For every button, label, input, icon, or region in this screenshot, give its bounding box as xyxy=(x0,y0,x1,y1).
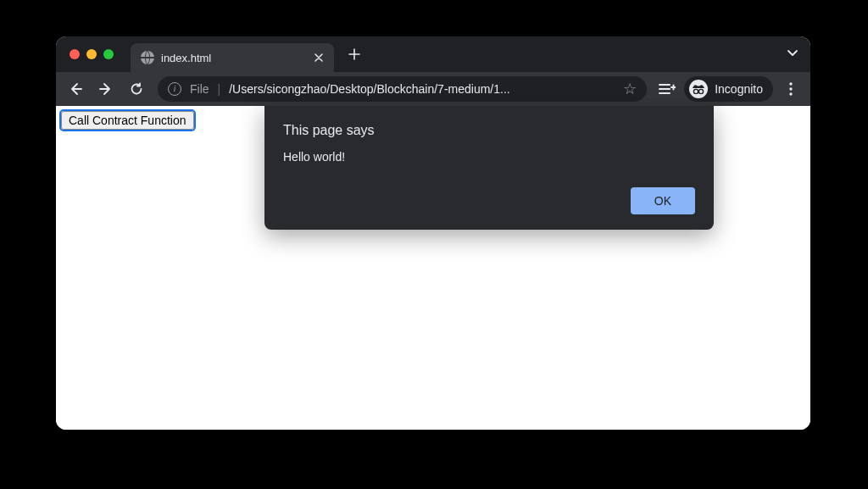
url-path: /Users/sicongzhao/Desktop/Blockchain/7-m… xyxy=(229,82,615,96)
browser-menu-button[interactable] xyxy=(778,76,804,102)
svg-point-3 xyxy=(789,87,792,90)
incognito-icon xyxy=(689,80,708,98)
address-bar[interactable]: File | /Users/sicongzhao/Desktop/Blockch… xyxy=(158,76,647,102)
maximize-window-button[interactable] xyxy=(103,49,114,59)
url-separator: | xyxy=(218,82,221,96)
alert-ok-button[interactable]: OK xyxy=(631,187,695,214)
window-controls xyxy=(56,49,131,59)
svg-point-1 xyxy=(699,89,704,93)
tab-bar: index.html xyxy=(56,36,810,72)
alert-message: Hello world! xyxy=(283,150,695,164)
tabs-dropdown-button[interactable] xyxy=(787,47,798,62)
close-window-button[interactable] xyxy=(70,49,80,59)
reading-list-icon[interactable] xyxy=(655,81,679,97)
alert-title: This page says xyxy=(283,123,695,138)
browser-tab[interactable]: index.html xyxy=(131,43,334,72)
globe-icon xyxy=(141,51,154,64)
svg-point-0 xyxy=(694,89,698,93)
minimize-window-button[interactable] xyxy=(86,49,97,59)
new-tab-button[interactable] xyxy=(342,42,366,66)
toolbar: File | /Users/sicongzhao/Desktop/Blockch… xyxy=(56,72,810,106)
browser-window: index.html File | /Users/sicongzhao/Desk… xyxy=(56,36,810,430)
svg-point-4 xyxy=(789,92,792,95)
call-contract-button[interactable]: Call Contract Function xyxy=(61,111,194,130)
incognito-label: Incognito xyxy=(715,82,763,96)
back-button[interactable] xyxy=(63,76,88,102)
close-tab-button[interactable] xyxy=(312,51,326,64)
incognito-indicator[interactable]: Incognito xyxy=(684,76,773,102)
alert-actions: OK xyxy=(283,187,695,214)
reload-button[interactable] xyxy=(124,76,149,102)
svg-point-2 xyxy=(789,82,792,85)
url-scheme-label: File xyxy=(190,82,209,96)
tab-title: index.html xyxy=(161,52,305,64)
forward-button[interactable] xyxy=(93,76,119,102)
bookmark-star-icon[interactable]: ☆ xyxy=(623,80,637,98)
js-alert-dialog: This page says Hello world! OK xyxy=(264,106,714,230)
site-info-icon[interactable] xyxy=(168,82,181,96)
